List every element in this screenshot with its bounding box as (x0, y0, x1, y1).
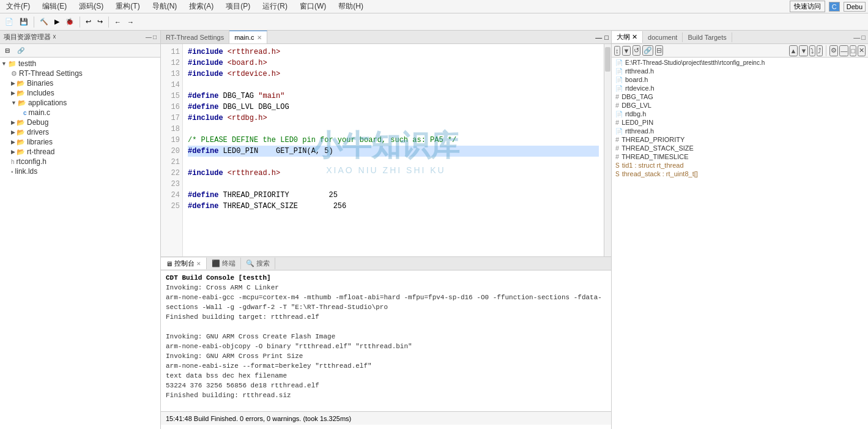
bottom-tab-terminal[interactable]: ⬛ 终端 (207, 258, 241, 269)
menu-run[interactable]: 运行(R) (259, 1, 291, 12)
outline-item-dbg-lvl[interactable]: # DBG_LVL (613, 101, 867, 110)
right-panel-tab-document[interactable]: document (643, 32, 683, 42)
menu-navigate[interactable]: 导航(N) (149, 1, 181, 12)
outline-prev-button[interactable]: ⤴ (817, 45, 823, 56)
outline-link-button[interactable]: 🔗 (642, 45, 653, 56)
center-panel: RT-Thread Settings main.c ✕ — □ 11 12 13 (161, 31, 611, 429)
menu-search[interactable]: 搜索(A) (185, 1, 217, 12)
code-editor[interactable]: 11 12 13 14 15 16 17 18 19 20 21 22 23 2… (161, 44, 611, 256)
tab-rt-thread-settings[interactable]: RT-Thread Settings (161, 31, 229, 43)
outline-minimize-button[interactable]: — (839, 45, 848, 56)
outline-down-button[interactable]: ▼ (799, 45, 808, 56)
binaries-arrow[interactable]: ▶ (11, 80, 15, 86)
sidebar-item-link-lds[interactable]: ▪ link.lds (1, 166, 159, 176)
sidebar-item-rt-thread-settings[interactable]: ⚙ RT-Thread Settings (1, 69, 159, 78)
sidebar-item-rt-thread[interactable]: ▶ 📂 rt-thread (1, 147, 159, 157)
outline-item-board-h[interactable]: 📄 board.h (613, 75, 867, 84)
outline-filter-button[interactable]: ▼ (622, 46, 631, 56)
bottom-tab-search[interactable]: 🔍 搜索 (241, 258, 275, 269)
outline-item-thread-priority[interactable]: # THREAD_PRIORITY (613, 135, 867, 144)
outline-maximize-button[interactable]: □ (850, 45, 856, 56)
menu-window[interactable]: 窗口(W) (296, 1, 330, 12)
layout-button[interactable]: C (829, 2, 840, 12)
root-arrow[interactable]: ▼ (1, 61, 7, 67)
tab-close-main-c[interactable]: ✕ (257, 34, 262, 41)
drivers-arrow[interactable]: ▶ (11, 129, 15, 135)
debug-run-button[interactable]: 🐞 (63, 17, 76, 27)
forward-button[interactable]: → (125, 17, 136, 27)
maximize-right-button[interactable]: □ (861, 34, 866, 41)
minimize-sidebar-button[interactable]: — (146, 34, 152, 40)
right-panel-tab-build-targets[interactable]: Build Targets (683, 32, 732, 42)
outline-refresh-button[interactable]: ↺ (632, 45, 640, 56)
settings-icon: ⚙ (11, 70, 17, 78)
outline-item-thread-stack[interactable]: S thread_stack : rt_uint8_t[] (613, 170, 867, 178)
vertical-scrollbar[interactable] (604, 44, 611, 256)
rt-thread-arrow[interactable]: ▶ (11, 149, 15, 155)
outline-item-rtthread-h[interactable]: 📄 rtthread.h (613, 67, 867, 75)
libraries-arrow[interactable]: ▶ (11, 139, 15, 145)
sidebar-item-applications[interactable]: ▼ 📂 applications (1, 98, 159, 108)
sidebar-item-drivers[interactable]: ▶ 📂 drivers (1, 127, 159, 137)
console-tab-close[interactable]: ✕ (196, 261, 201, 267)
sidebar-item-binaries[interactable]: ▶ 📂 Binaries (1, 78, 159, 88)
sidebar-link-button[interactable]: 🔗 (15, 46, 27, 55)
outline-collapse-all-button[interactable]: ⊟ (655, 45, 663, 56)
outline-sort-button[interactable]: ↕ (614, 46, 620, 56)
main-layout: 项目资源管理器 ☓ — □ ⊟ 🔗 ▼ 📁 testth ⚙ RT-Thread… (0, 31, 868, 429)
outline-item-rtthread-h2[interactable]: 📄 rtthread.h (613, 127, 867, 135)
menu-help[interactable]: 帮助(H) (335, 1, 367, 12)
outline-item-led0-pin[interactable]: # LED0_PIN (613, 118, 867, 127)
debug-arrow[interactable]: ▶ (11, 119, 15, 125)
sidebar-collapse-button[interactable]: ⊟ (2, 46, 12, 55)
outline-up-button[interactable]: ▲ (789, 45, 798, 56)
undo-button[interactable]: ↩ (83, 17, 94, 27)
menu-file[interactable]: 文件(F) (2, 1, 34, 12)
debug-button[interactable]: Debu (844, 2, 866, 12)
save-button[interactable]: 💾 (17, 17, 31, 27)
console-content: CDT Build Console [testth] Invoking: Cro… (161, 270, 611, 411)
scrollbar-thumb[interactable] (605, 47, 610, 72)
search-tab-label: 搜索 (256, 259, 270, 268)
outline-item-thread-stack-size[interactable]: # THREAD_STACK_SIZE (613, 144, 867, 152)
new-button[interactable]: 📄 (2, 17, 16, 27)
redo-button[interactable]: ↪ (95, 17, 105, 27)
sidebar-item-main-c[interactable]: c main.c (1, 108, 159, 118)
includes-arrow[interactable]: ▶ (11, 90, 15, 96)
code-content[interactable]: #include <rtthread.h> #include <board.h>… (183, 44, 604, 256)
outline-item-thread-timeslice[interactable]: # THREAD_TIMESLICE (613, 152, 867, 161)
right-panel-content: 📄 E:\RT-Thread-Studio\project\testth\rtc… (612, 58, 868, 429)
maximize-sidebar-button[interactable]: □ (153, 34, 157, 40)
build-button[interactable]: 🔨 (37, 17, 51, 27)
run-button[interactable]: ▶ (52, 17, 62, 27)
outline-item-rtdbg-h[interactable]: 📄 rtdbg.h (613, 110, 867, 118)
right-panel-tab-outline[interactable]: 大纲 ✕ (612, 31, 643, 43)
quick-access-button[interactable]: 快速访问 (790, 1, 825, 12)
back-button[interactable]: ← (112, 17, 124, 27)
minimize-right-button[interactable]: — (853, 34, 860, 41)
tree-label-binaries: Binaries (27, 79, 53, 88)
right-toolbar-right: ▲ ▼ ⤵ ⤴ ⚙ — □ ✕ (789, 45, 866, 56)
menu-refactor[interactable]: 重构(T) (112, 1, 143, 12)
sidebar-item-rtconfig-h[interactable]: h rtconfig.h (1, 157, 159, 166)
tab-bar-right: — □ (595, 34, 611, 41)
tree-item-root[interactable]: ▼ 📁 testth (1, 59, 159, 69)
tab-main-c[interactable]: main.c ✕ (229, 31, 267, 43)
outline-gear2-button[interactable]: ✕ (858, 45, 866, 56)
menu-edit[interactable]: 编辑(E) (39, 1, 70, 12)
outline-next-button[interactable]: ⤵ (809, 45, 815, 56)
sidebar-item-debug[interactable]: ▶ 📂 Debug (1, 118, 159, 127)
minimize-editor-button[interactable]: — (595, 34, 602, 41)
sidebar-item-includes[interactable]: ▶ 📂 Includes (1, 88, 159, 98)
bottom-tab-console[interactable]: 🖥 控制台 ✕ (161, 258, 207, 269)
sidebar-item-libraries[interactable]: ▶ 📂 libraries (1, 137, 159, 147)
outline-item-dbg-tag[interactable]: # DBG_TAG (613, 92, 867, 101)
outline-item-tid1[interactable]: S tid1 : struct rt_thread (613, 161, 867, 170)
outline-item-rtdevice-h[interactable]: 📄 rtdevice.h (613, 84, 867, 92)
menu-project[interactable]: 项目(P) (222, 1, 254, 12)
maximize-editor-button[interactable]: □ (604, 34, 609, 41)
applications-arrow[interactable]: ▼ (11, 100, 17, 106)
outline-item-rtconfig-preinc[interactable]: 📄 E:\RT-Thread-Studio\project\testth\rtc… (613, 59, 867, 67)
menu-source[interactable]: 源码(S) (75, 1, 107, 12)
outline-settings-button[interactable]: ⚙ (829, 45, 838, 56)
